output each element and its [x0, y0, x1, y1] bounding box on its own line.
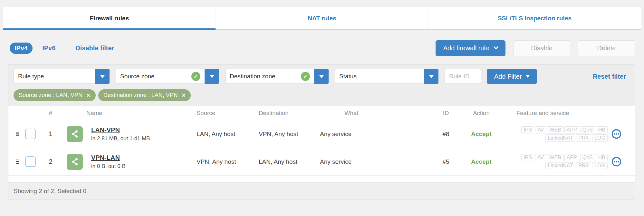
- feature-badge: LinkedNAT: [545, 162, 575, 169]
- feature-badge: HB: [596, 126, 608, 133]
- row-checkbox[interactable]: [25, 129, 36, 139]
- feature-badge: HB: [596, 154, 608, 161]
- table-row: 2 VPN-LAN in 0 B, out 0 B VPN, Any ho: [8, 148, 635, 176]
- rule-name-link[interactable]: VPN-LAN: [91, 154, 120, 161]
- delete-button[interactable]: Delete: [578, 40, 635, 56]
- status-label: Status: [339, 73, 420, 80]
- more-options-button[interactable]: [611, 129, 621, 139]
- reset-filter-link[interactable]: Reset filter: [593, 73, 626, 80]
- table-summary-bar: Showing 2 of 2. Selected 0: [8, 182, 635, 200]
- rule-type-select[interactable]: Rule type: [14, 69, 110, 84]
- close-icon[interactable]: ✕: [86, 93, 91, 98]
- feature-badge: APP: [564, 126, 579, 133]
- add-firewall-rule-button[interactable]: Add firewall rule: [436, 40, 505, 56]
- feature-badge: WEB: [547, 154, 563, 161]
- rule-what: Any service: [320, 158, 432, 165]
- destination-zone-field: Destination zone ✓: [225, 69, 314, 84]
- rule-id: #5: [432, 158, 460, 165]
- filter-chip-label: Destination zone : LAN, VPN: [103, 92, 178, 99]
- filter-chip-destination-zone: Destination zone : LAN, VPN ✕: [98, 89, 191, 101]
- more-options-button[interactable]: [611, 157, 621, 167]
- add-filter-button[interactable]: Add Filter: [487, 69, 537, 84]
- active-filter-chips: Source zone : LAN, VPN ✕ Destination zon…: [8, 87, 635, 106]
- source-zone-select[interactable]: Source zone ✓: [116, 69, 219, 84]
- feature-badge: APP: [564, 154, 579, 161]
- ipv6-toggle[interactable]: IPv6: [42, 44, 55, 52]
- status-field: Status: [335, 69, 424, 84]
- rule-number: 1: [39, 130, 62, 138]
- share-icon: [67, 154, 83, 170]
- feature-badge: IPS: [521, 126, 534, 133]
- drag-handle-icon[interactable]: [14, 131, 21, 138]
- feature-badges: IPSAVWEBAPPQoSHB LinkedNATPRXLOG: [521, 126, 608, 142]
- caret-down-icon: [429, 75, 434, 78]
- feature-badge: IPS: [521, 154, 534, 161]
- check-circle-icon: ✓: [301, 72, 310, 81]
- filter-chip-source-zone: Source zone : LAN, VPN ✕: [14, 89, 96, 101]
- feature-badge: LOG: [592, 162, 608, 169]
- close-icon[interactable]: ✕: [182, 93, 186, 98]
- ellipsis-icon: [611, 157, 621, 167]
- destination-zone-select[interactable]: Destination zone ✓: [225, 69, 329, 84]
- rule-source: LAN, Any host: [197, 131, 259, 138]
- firewall-rules-panel: Rule type Source zone ✓ Destination zone…: [8, 64, 635, 200]
- feature-badges: IPSAVWEBAPPQoSHB LinkedNATPRXLOG: [521, 154, 608, 169]
- feature-badge: AV: [535, 154, 546, 161]
- disable-filter-link[interactable]: Disable filter: [75, 44, 114, 52]
- column-header-destination: Destination: [259, 110, 320, 117]
- rule-id-input[interactable]: [445, 69, 481, 84]
- rule-what: Any service: [320, 131, 432, 138]
- status-caret-button[interactable]: [424, 69, 438, 84]
- feature-badge: PRX: [576, 162, 591, 169]
- feature-badge: WEB: [547, 126, 563, 133]
- rules-table: # Name Source Destination What ID Action…: [8, 106, 635, 200]
- add-firewall-rule-label: Add firewall rule: [443, 44, 489, 52]
- column-header-what: What: [320, 110, 432, 117]
- filter-bar: Rule type Source zone ✓ Destination zone…: [8, 64, 635, 87]
- tab-ssl-tls-inspection-rules[interactable]: SSL/TLS inspection rules: [428, 7, 641, 29]
- toolbar: IPv4 IPv6 Disable filter Add firewall ru…: [10, 40, 635, 56]
- rule-name-link[interactable]: LAN-VPN: [91, 126, 120, 133]
- tab-bar: Firewall rules NAT rules SSL/TLS inspect…: [3, 7, 641, 30]
- rule-source: VPN, Any host: [197, 158, 259, 165]
- disable-button[interactable]: Disable: [513, 40, 570, 56]
- feature-badge: QoS: [580, 154, 595, 161]
- source-zone-field: Source zone ✓: [116, 69, 205, 84]
- caret-down-icon: [319, 75, 324, 78]
- column-header-source: Source: [197, 110, 259, 117]
- rule-destination: VPN, Any host: [259, 131, 320, 138]
- ipv4-toggle[interactable]: IPv4: [10, 43, 33, 54]
- share-icon: [67, 126, 83, 142]
- feature-badge: LinkedNAT: [545, 134, 575, 142]
- rule-number: 2: [39, 158, 62, 165]
- tab-firewall-rules[interactable]: Firewall rules: [3, 7, 216, 29]
- source-zone-caret-button[interactable]: [205, 69, 219, 84]
- column-header-action: Action: [460, 110, 503, 117]
- rule-traffic: in 2.81 MB, out 1.41 MB: [91, 135, 150, 142]
- feature-badge: AV: [535, 126, 546, 133]
- caret-down-icon: [100, 75, 105, 78]
- rule-type-label: Rule type: [18, 73, 91, 80]
- rule-traffic: in 0 B, out 0 B: [91, 163, 126, 170]
- column-header-num: #: [39, 110, 62, 117]
- feature-badge: LOG: [592, 134, 608, 142]
- table-row: 1 LAN-VPN in 2.81 MB, out 1.41 MB LAN: [8, 120, 635, 148]
- status-select[interactable]: Status: [335, 69, 438, 84]
- rule-id: #8: [432, 131, 460, 138]
- source-zone-label: Source zone: [120, 73, 188, 80]
- drag-handle-icon[interactable]: [14, 158, 21, 165]
- rule-type-field: Rule type: [14, 69, 95, 84]
- check-circle-icon: ✓: [191, 72, 200, 81]
- row-checkbox[interactable]: [25, 156, 36, 167]
- filter-chip-label: Source zone : LAN, VPN: [19, 92, 82, 99]
- table-summary-text: Showing 2 of 2. Selected 0: [14, 188, 86, 195]
- rule-action: Accept: [460, 131, 503, 138]
- caret-down-icon: [526, 75, 530, 78]
- destination-zone-caret-button[interactable]: [314, 69, 329, 84]
- table-header-row: # Name Source Destination What ID Action…: [8, 106, 635, 120]
- feature-badge: QoS: [580, 126, 595, 133]
- rule-destination: LAN, Any host: [259, 158, 320, 165]
- rule-type-caret-button[interactable]: [95, 69, 110, 84]
- tab-nat-rules[interactable]: NAT rules: [216, 7, 428, 29]
- column-header-feature: Feature and service: [503, 110, 635, 117]
